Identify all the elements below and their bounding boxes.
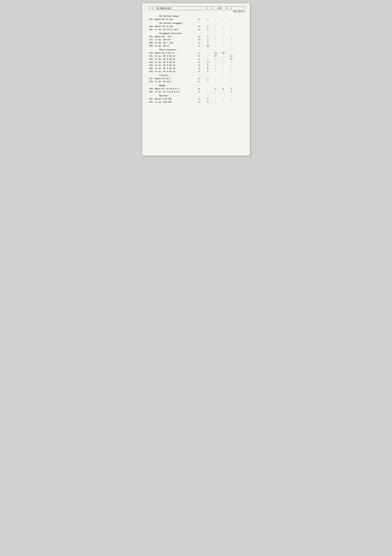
row-description: То же, ПК 8–60.18	[155, 67, 195, 70]
row-col4: –	[212, 77, 219, 80]
row-description: То же, ЛН–12	[155, 44, 195, 47]
row-description: То же, ПК 8–60.15	[155, 61, 195, 64]
row-description: Марки П 40–70п	[155, 97, 195, 100]
table-row: 190. Марки ПК 3–60.15 шт – I2 32 –	[148, 51, 245, 54]
row-unit: шт	[195, 51, 204, 54]
row-unit: шт	[195, 58, 204, 61]
row-col5: –	[219, 64, 227, 67]
row-col5: 32	[219, 51, 227, 54]
row-number: 184.	[148, 25, 155, 28]
row-col6: I2	[227, 54, 235, 58]
row-description: То же, ПК 4–60.15	[155, 54, 195, 58]
table-row: 201. Марки П 40–70п шт 4 – – –	[148, 97, 245, 100]
row-number: 197.	[148, 77, 155, 80]
row-unit: шт	[195, 35, 204, 38]
header-208: -208-	[216, 7, 222, 9]
row-col4: –	[212, 44, 219, 47]
row-col6: –	[227, 25, 235, 28]
header-title: ТП 503-4-18	[157, 7, 203, 9]
row-number: 189.	[148, 44, 155, 47]
row-col6: –	[227, 41, 235, 44]
row-number: 200.	[148, 90, 155, 93]
table-row: 189. То же, ЛН–12 шт 20 – – –	[148, 44, 245, 47]
header-col5: 5	[226, 7, 227, 9]
row-col3: –	[204, 51, 212, 54]
row-description: Марки ЛП 25.10к	[155, 25, 195, 28]
row-number: 190.	[148, 51, 155, 54]
row-col5: –	[219, 58, 227, 61]
table-row: 193. То же, ПК 8–60.15 шт 9 – – –	[148, 61, 245, 64]
row-col4: 4	[212, 87, 219, 90]
row-col6: –	[227, 70, 235, 73]
row-col3: 6	[204, 70, 212, 73]
row-col3: 9	[204, 61, 212, 64]
row-col6: –	[227, 44, 235, 47]
row-col6: –	[227, 61, 235, 64]
row-col5: –	[219, 25, 227, 28]
row-col3: 20	[204, 44, 212, 47]
row-col3: 4	[204, 97, 212, 100]
row-col4: –	[212, 18, 219, 21]
row-col4: –	[212, 25, 219, 28]
row-col7	[235, 87, 245, 90]
row-col7	[235, 58, 245, 61]
section-title: Плиты покрытия:	[155, 47, 235, 51]
section-num	[148, 73, 155, 77]
row-unit: шт	[195, 18, 204, 21]
row-col7	[235, 35, 245, 38]
section-header-row: Плиты покрытия:	[148, 47, 245, 51]
row-unit: шт	[195, 54, 204, 58]
section-num	[148, 83, 155, 87]
row-col7	[235, 70, 245, 73]
row-number: 202.	[148, 100, 155, 104]
section-num	[148, 31, 155, 35]
row-col6: –	[227, 67, 235, 70]
row-col4: –	[212, 80, 219, 83]
row-col6: 2	[227, 87, 235, 90]
row-col4: –	[212, 90, 219, 93]
row-col5: –	[219, 54, 227, 58]
section-title: Прогоны:	[155, 93, 235, 97]
row-description: Марки ЛН – 12к	[155, 35, 195, 38]
table-row: 187. То же, ЛН–12н шт 2 – – –	[148, 38, 245, 41]
row-col4: –	[212, 41, 219, 44]
row-col3: 1	[204, 25, 212, 28]
table-row: 191. То же, ПК 4–60.15 шт – 2I – I2	[148, 54, 245, 58]
table-row: 183. Марки ЛМ 17.12л шт 2 – – –	[148, 18, 245, 21]
row-col3: I	[204, 28, 212, 31]
row-unit: шт	[195, 87, 204, 90]
row-description: То же, ЛН – 12в	[155, 41, 195, 44]
row-col3: I	[204, 35, 212, 38]
main-table: Лестничные марши: 183. Марки ЛМ 17.12л ш…	[148, 14, 245, 104]
row-col4: –	[212, 35, 219, 38]
row-col5: –	[219, 70, 227, 73]
row-col7	[235, 44, 245, 47]
table-row: 199. Марки ФТ 12–1А Ш в–I шт – 4 4 2	[148, 87, 245, 90]
row-col4: –	[212, 28, 219, 31]
row-number: 191.	[148, 54, 155, 58]
row-col5: 4	[219, 87, 227, 90]
table-row: 196. То же, ПК 8–60.10 шт 6 – – –	[148, 70, 245, 73]
row-col6: –	[227, 38, 235, 41]
section-header-row: Лестничные марши:	[148, 14, 245, 18]
row-col4: –	[212, 64, 219, 67]
row-number: 188.	[148, 41, 155, 44]
row-col5: –	[219, 97, 227, 100]
section-num	[148, 93, 155, 97]
row-col7	[235, 51, 245, 54]
table-row: 184. Марки ЛП 25.10к шт 1 – – –	[148, 25, 245, 28]
table-row: 186. Марки ЛН – 12к шт I – – –	[148, 35, 245, 38]
row-unit: шт	[195, 67, 204, 70]
row-description: То же, ЛП 25,15 квл	[155, 28, 195, 31]
row-col6: 2	[227, 90, 235, 93]
row-col4: –	[212, 100, 219, 104]
row-col3: I	[204, 41, 212, 44]
row-col6: 2I	[227, 58, 235, 61]
row-col5: –	[219, 61, 227, 64]
row-col5: –	[219, 28, 227, 31]
section-num	[148, 21, 155, 25]
row-col4: –	[212, 38, 219, 41]
row-col7	[235, 64, 245, 67]
section-header-row: Лестничные площадки:	[148, 21, 245, 25]
row-unit: шт	[195, 41, 204, 44]
